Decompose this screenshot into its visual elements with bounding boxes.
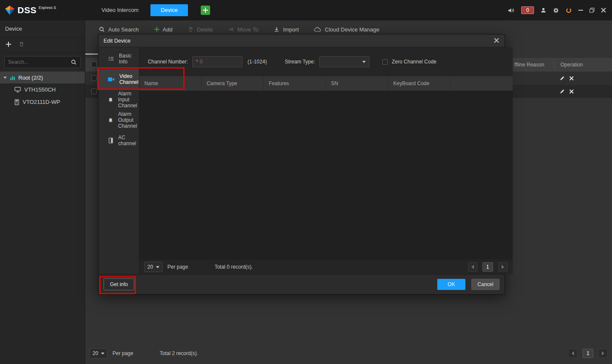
zero-channel-label: Zero Channel Code [392, 59, 436, 65]
cloud-device-manage-button[interactable]: Cloud Device Manage [314, 26, 379, 33]
delete-icon[interactable] [569, 89, 574, 94]
plus-icon [203, 8, 208, 13]
column-header-sn: SN [326, 76, 388, 91]
channel-form-row: Channel Number: * (1-1024) Stream Type: … [139, 47, 513, 76]
main-pagination: 20 Per page Total 2 record(s). 1 [85, 347, 612, 360]
nav-basic-info[interactable]: Basic Info [98, 49, 139, 69]
user-icon[interactable] [540, 7, 546, 13]
chevron-right-icon [502, 265, 504, 269]
new-tab-button[interactable] [201, 6, 210, 15]
column-divider [554, 61, 554, 69]
auto-search-button[interactable]: Auto Search [99, 26, 139, 33]
search-icon[interactable] [71, 59, 77, 65]
get-info-button[interactable]: Get info [104, 278, 134, 290]
door-icon [108, 138, 113, 143]
row-checkbox[interactable] [91, 89, 97, 94]
nav-label: Alarm Input Channel [118, 91, 139, 109]
add-device-button[interactable]: Add [154, 26, 173, 33]
edit-icon[interactable] [560, 89, 565, 94]
column-header-empty [450, 76, 513, 91]
column-header-keyboard-code: KeyBoard Code [388, 76, 450, 91]
current-page[interactable]: 1 [583, 349, 593, 358]
per-page-label: Per page [167, 264, 188, 270]
delete-device-button[interactable]: Delete [188, 26, 213, 33]
nav-alarm-output-channel[interactable]: Alarm Output Channel [98, 110, 139, 130]
zero-channel-checkbox[interactable] [382, 59, 388, 65]
cloud-icon [314, 27, 321, 32]
app-logo: DSS Express S [0, 5, 85, 16]
tab-video-intercom[interactable]: Video Intercom [96, 4, 144, 16]
chevron-down-icon [362, 61, 366, 63]
notification-badge: 0 [521, 6, 534, 14]
dss-logo-icon [4, 5, 15, 16]
per-page-select[interactable]: 20 [144, 262, 162, 272]
total-records-label: Total 0 record(s). [214, 264, 253, 270]
delete-group-button[interactable] [19, 41, 24, 49]
device-search[interactable] [4, 56, 81, 68]
nav-ac-channel[interactable]: AC channel [98, 130, 139, 151]
channel-number-input[interactable]: * [192, 56, 242, 67]
tree-node-root[interactable]: Root (2/2) [0, 72, 85, 83]
video-camera-icon [108, 77, 115, 82]
column-header-offline-reason: ffline Reason [514, 58, 544, 72]
device-sidebar: Device Root (2/2) VTH1550CH VTO2111D-WP [0, 20, 85, 364]
root-group-icon [10, 75, 15, 80]
cancel-button[interactable]: Cancel [471, 279, 499, 290]
chevron-down-icon [101, 353, 104, 355]
network-icon[interactable] [566, 7, 572, 14]
trash-icon [188, 26, 193, 32]
move-to-button[interactable]: Move To [228, 26, 258, 33]
import-button[interactable]: Import [274, 26, 299, 33]
topbar: DSS Express S Video Intercom Device 0 [0, 0, 612, 20]
prev-page-button[interactable] [468, 262, 477, 272]
prev-page-button[interactable] [568, 349, 577, 358]
current-page[interactable]: 1 [482, 262, 493, 272]
channel-table-header: Name Camera Type Features SN KeyBoard Co… [139, 76, 513, 91]
tree-node-vth[interactable]: VTH1550CH [0, 83, 85, 96]
edit-icon[interactable] [560, 76, 565, 81]
toolbar-label: Import [283, 26, 299, 33]
stream-type-select[interactable] [319, 56, 370, 67]
required-mark: * [196, 59, 198, 65]
minimize-button[interactable] [578, 10, 583, 11]
row-checkbox[interactable] [91, 75, 97, 81]
plus-icon [6, 42, 11, 47]
channel-number-field[interactable] [199, 59, 238, 65]
ok-button[interactable]: OK [437, 279, 465, 290]
indoor-monitor-icon [14, 87, 21, 92]
toolbar-label: Add [163, 26, 173, 33]
gear-icon[interactable] [553, 7, 559, 14]
column-header-camera-type: Camera Type [202, 76, 264, 91]
select-all-checkbox[interactable] [91, 62, 97, 67]
app-tabs: Video Intercom Device [96, 4, 210, 16]
tab-device[interactable]: Device [150, 4, 188, 16]
nav-label: Basic Info [119, 53, 139, 65]
nav-alarm-input-channel[interactable]: Alarm Input Channel [98, 89, 139, 110]
close-button[interactable] [601, 8, 606, 13]
logo-text: DSS [17, 5, 37, 16]
restore-button[interactable] [589, 8, 595, 13]
chevron-left-icon [572, 351, 574, 355]
app-window: DSS Express S Video Intercom Device 0 [0, 0, 612, 364]
add-group-button[interactable] [6, 42, 11, 48]
speaker-icon[interactable] [508, 7, 515, 14]
topbar-right: 0 [508, 6, 612, 14]
modal-pagination: 20 Per page Total 0 record(s). 1 [139, 260, 513, 274]
edit-device-dialog: Edit Device Basic Info Video Channel Ala… [98, 34, 505, 295]
tree-node-vto[interactable]: VTO2111D-WP [0, 96, 85, 108]
search-input[interactable] [8, 59, 71, 65]
tree-child-label: VTO2111D-WP [23, 99, 60, 105]
chevron-right-icon [602, 351, 604, 355]
per-page-select[interactable]: 20 [89, 348, 107, 358]
stream-type-label: Stream Type: [285, 59, 315, 65]
next-page-button[interactable] [498, 262, 508, 272]
tree-expand-icon[interactable] [3, 77, 7, 79]
column-header-operation: Operation [560, 58, 583, 72]
per-page-value: 20 [92, 350, 98, 356]
nav-video-channel[interactable]: Video Channel [98, 69, 139, 89]
delete-icon[interactable] [569, 76, 574, 80]
dialog-close-button[interactable] [494, 38, 499, 43]
minimize-icon [578, 10, 583, 11]
logo-suffix: Express S [39, 6, 56, 10]
next-page-button[interactable] [598, 349, 608, 358]
